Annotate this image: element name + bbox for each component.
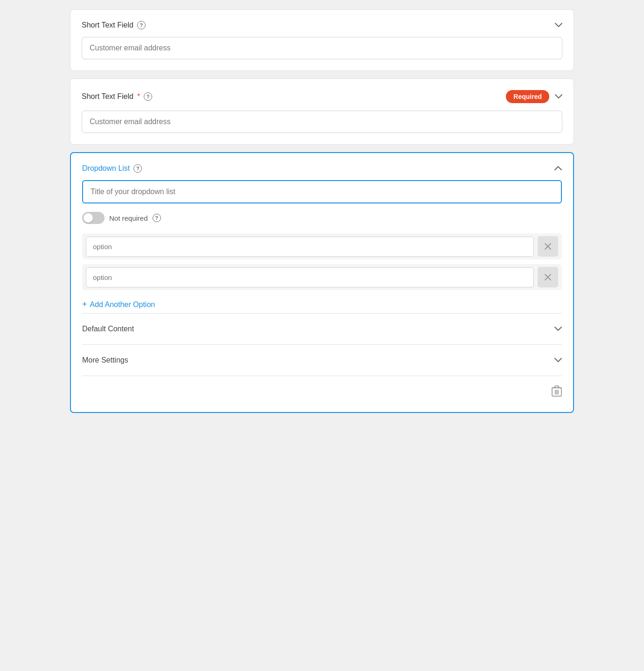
more-settings-row[interactable]: More Settings: [82, 345, 562, 376]
default-content-chevron: [554, 325, 562, 333]
option-delete-btn-2[interactable]: [538, 267, 558, 287]
card3-chevron-icon[interactable]: [554, 164, 562, 173]
card2-header: Short Text Field * ? Required: [82, 90, 562, 103]
card2-required-star: *: [137, 92, 140, 101]
more-settings-label: More Settings: [82, 356, 128, 364]
card1-help-icon[interactable]: ?: [137, 21, 146, 29]
card2-title-group: Short Text Field * ?: [82, 92, 152, 101]
options-list: [82, 233, 562, 290]
toggle-container: Not required ?: [82, 212, 562, 224]
card1-chevron-icon[interactable]: [555, 21, 562, 29]
card3-title-group: Dropdown List ?: [82, 164, 142, 173]
option-delete-btn-1[interactable]: [538, 236, 558, 257]
add-option-label: Add Another Option: [90, 301, 155, 309]
short-text-card-1: Short Text Field ?: [70, 9, 574, 71]
page-container: Short Text Field ? Short Text Field *: [70, 9, 574, 413]
default-content-label: Default Content: [82, 325, 134, 333]
card2-chevron-icon[interactable]: [555, 92, 562, 101]
default-content-row[interactable]: Default Content: [82, 314, 562, 344]
card2-help-icon[interactable]: ?: [144, 92, 152, 101]
card2-header-right: Required: [506, 90, 562, 103]
card2-text-input[interactable]: [82, 111, 562, 133]
option-row-2: [82, 264, 562, 290]
required-badge: Required: [506, 90, 549, 103]
add-option-button[interactable]: + Add Another Option: [82, 300, 155, 309]
more-settings-chevron: [554, 356, 562, 364]
option-row-1: [82, 233, 562, 259]
card1-title-text: Short Text Field: [82, 21, 133, 29]
toggle-knob: [84, 213, 93, 223]
option-input-2[interactable]: [86, 267, 534, 287]
toggle-help-icon[interactable]: ?: [153, 214, 161, 222]
dropdown-title-input[interactable]: [82, 180, 562, 203]
option-input-1[interactable]: [86, 237, 534, 257]
card3-header-right: [554, 164, 562, 173]
card3-help-icon[interactable]: ?: [133, 164, 142, 173]
required-toggle[interactable]: [82, 212, 105, 224]
card1-header: Short Text Field ?: [82, 21, 562, 29]
card1-title-group: Short Text Field ?: [82, 21, 146, 29]
card3-header: Dropdown List ?: [82, 164, 562, 173]
short-text-card-2: Short Text Field * ? Required: [70, 78, 574, 145]
card1-text-input[interactable]: [82, 37, 562, 59]
toggle-label: Not required: [109, 214, 148, 222]
footer-row: [82, 376, 562, 401]
card2-title-text: Short Text Field: [82, 92, 133, 101]
dropdown-list-card: Dropdown List ? Not required: [70, 152, 574, 413]
card3-title-text: Dropdown List: [82, 164, 130, 173]
card1-header-right: [555, 21, 562, 29]
add-option-plus-icon: +: [82, 300, 87, 309]
delete-card-button[interactable]: [552, 385, 562, 399]
